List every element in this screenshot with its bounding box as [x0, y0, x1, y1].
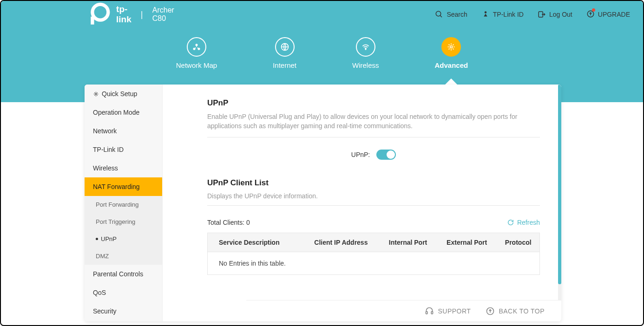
- search-label: Search: [447, 11, 467, 18]
- nav-network-map-label: Network Map: [176, 61, 217, 69]
- sidebar-quick-setup[interactable]: Quick Setup: [85, 85, 162, 103]
- sidebar-quick-label: Quick Setup: [102, 90, 137, 98]
- svg-point-9: [365, 49, 366, 50]
- wifi-icon: [361, 42, 370, 52]
- col-internal-port: Internal Port: [379, 233, 437, 252]
- svg-rect-13: [432, 311, 433, 313]
- nav-wireless-label: Wireless: [352, 61, 379, 69]
- brand-name: tp-link: [116, 4, 131, 25]
- search-button[interactable]: Search: [435, 10, 467, 19]
- empty-message: No Entries in this table.: [208, 252, 540, 275]
- tplink-logo-icon: [85, 1, 112, 28]
- toggle-knob: [387, 150, 395, 159]
- col-protocol: Protocol: [497, 233, 539, 252]
- sidebar: Quick Setup Operation Mode Network TP-Li…: [85, 85, 163, 321]
- network-map-icon: [192, 42, 201, 52]
- nav-wireless[interactable]: Wireless: [352, 37, 379, 69]
- sidebar-port-forwarding[interactable]: Port Forwarding: [85, 196, 162, 213]
- arrow-up-icon: [486, 306, 495, 316]
- svg-point-1: [436, 11, 441, 16]
- nav-active-indicator: [445, 78, 458, 85]
- nav-internet[interactable]: Internet: [273, 37, 296, 69]
- client-list-title: UPnP Client List: [207, 178, 540, 188]
- sidebar-security[interactable]: Security: [85, 302, 162, 320]
- support-label: SUPPORT: [438, 307, 471, 315]
- person-icon: [481, 10, 490, 19]
- sidebar-qos[interactable]: QoS: [85, 283, 162, 302]
- nav-internet-label: Internet: [273, 61, 296, 69]
- col-ip: Client IP Address: [303, 233, 380, 252]
- tplink-id-label: TP-Link ID: [493, 11, 524, 18]
- col-service: Service Description: [208, 233, 303, 252]
- total-clients: Total Clients: 0: [207, 219, 250, 226]
- refresh-button[interactable]: Refresh: [507, 219, 540, 226]
- main-panel: Quick Setup Operation Mode Network TP-Li…: [85, 85, 561, 321]
- sidebar-dmz[interactable]: DMZ: [85, 248, 162, 265]
- search-icon: [435, 10, 443, 19]
- sidebar-operation-mode[interactable]: Operation Mode: [85, 103, 162, 122]
- logout-button[interactable]: Log Out: [538, 10, 572, 19]
- nav-advanced[interactable]: Advanced: [435, 37, 468, 69]
- sidebar-parental[interactable]: Parental Controls: [85, 265, 162, 283]
- headset-icon: [425, 306, 434, 316]
- back-to-top-label: BACK TO TOP: [499, 307, 545, 315]
- tplink-id-button[interactable]: TP-Link ID: [481, 10, 524, 19]
- refresh-label: Refresh: [517, 219, 540, 226]
- brand-logo: tp-link | Archer C80: [85, 1, 174, 28]
- upnp-title: UPnP: [207, 98, 540, 108]
- nav-advanced-label: Advanced: [435, 61, 468, 69]
- client-list-desc: Displays the UPnP device information.: [207, 192, 540, 206]
- upnp-toggle-label: UPnP:: [351, 151, 370, 158]
- logout-icon: [538, 10, 546, 19]
- brand-separator: |: [141, 9, 143, 20]
- upgrade-label: UPGRADE: [598, 11, 630, 18]
- back-to-top-button[interactable]: BACK TO TOP: [486, 306, 545, 316]
- bullet-icon: [96, 238, 98, 240]
- col-external-port: External Port: [437, 233, 497, 252]
- nav-network-map[interactable]: Network Map: [176, 37, 217, 69]
- sidebar-wireless[interactable]: Wireless: [85, 159, 162, 177]
- upnp-toggle[interactable]: [376, 150, 396, 160]
- gear-icon: [447, 42, 456, 52]
- quick-setup-icon: [93, 91, 99, 97]
- svg-point-0: [92, 4, 108, 20]
- logout-label: Log Out: [549, 11, 572, 18]
- support-button[interactable]: SUPPORT: [425, 306, 471, 316]
- refresh-icon: [507, 219, 514, 226]
- upgrade-icon-wrap: [586, 10, 595, 20]
- scrollbar-track[interactable]: [558, 85, 561, 321]
- svg-point-10: [450, 46, 453, 48]
- svg-rect-12: [426, 311, 427, 313]
- client-table: Service Description Client IP Address In…: [207, 233, 540, 275]
- upgrade-icon: [586, 10, 595, 18]
- scrollbar-thumb[interactable]: [558, 85, 561, 284]
- svg-point-2: [485, 11, 487, 13]
- upgrade-button[interactable]: UPGRADE: [586, 10, 630, 20]
- sidebar-port-triggering[interactable]: Port Triggering: [85, 213, 162, 230]
- sidebar-tplink-id[interactable]: TP-Link ID: [85, 140, 162, 159]
- content-area: UPnP Enable UPnP (Universal Plug and Pla…: [163, 85, 561, 321]
- upnp-desc: Enable UPnP (Universal Plug and Play) to…: [207, 112, 540, 137]
- svg-point-5: [195, 44, 197, 46]
- table-row: No Entries in this table.: [208, 252, 540, 275]
- sidebar-network[interactable]: Network: [85, 122, 162, 140]
- svg-point-11: [95, 93, 97, 94]
- footer: SUPPORT BACK TO TOP: [246, 300, 561, 321]
- sidebar-upnp[interactable]: UPnP: [85, 230, 162, 248]
- globe-icon: [280, 42, 289, 52]
- sidebar-nat-forwarding[interactable]: NAT Forwarding: [85, 177, 162, 196]
- brand-model: Archer C80: [152, 6, 174, 23]
